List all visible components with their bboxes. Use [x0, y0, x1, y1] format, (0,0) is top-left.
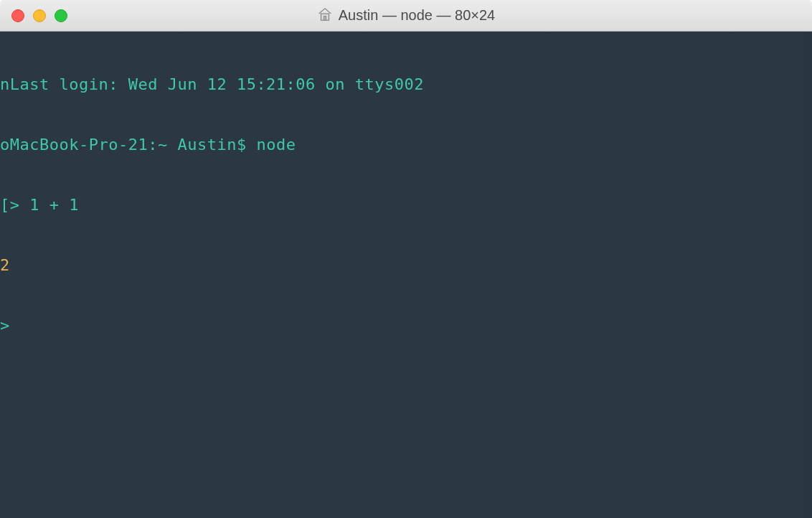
repl-prompt: > [0, 316, 20, 334]
titlebar[interactable]: Austin — node — 80×24 [0, 0, 812, 32]
traffic-lights [0, 9, 67, 22]
zoom-button[interactable] [55, 9, 67, 22]
line-prefix: n [0, 75, 10, 93]
minimize-button[interactable] [33, 9, 46, 22]
terminal-window: Austin — node — 80×24 nLast login: Wed J… [0, 0, 812, 518]
close-button[interactable] [11, 9, 24, 22]
repl-output: 2 [0, 256, 10, 274]
terminal-content[interactable]: nLast login: Wed Jun 12 15:21:06 on ttys… [0, 32, 812, 376]
window-title-text: Austin — node — 80×24 [339, 7, 495, 24]
scrollbar[interactable] [803, 32, 812, 518]
line-prefix: o [0, 136, 10, 154]
svg-rect-0 [321, 14, 329, 20]
shell-prompt: MacBook-Pro-21:~ Austin$ [10, 136, 257, 154]
repl-input: 1 + 1 [29, 196, 79, 214]
last-login-text: Last login: Wed Jun 12 15:21:06 on ttys0… [10, 75, 424, 93]
svg-rect-1 [324, 17, 326, 21]
window-title: Austin — node — 80×24 [0, 6, 812, 24]
home-icon [317, 6, 333, 24]
repl-prompt: > [10, 196, 30, 214]
line-prefix: [ [0, 196, 10, 214]
command-text: node [256, 136, 296, 154]
terminal-area[interactable]: nLast login: Wed Jun 12 15:21:06 on ttys… [0, 32, 812, 518]
